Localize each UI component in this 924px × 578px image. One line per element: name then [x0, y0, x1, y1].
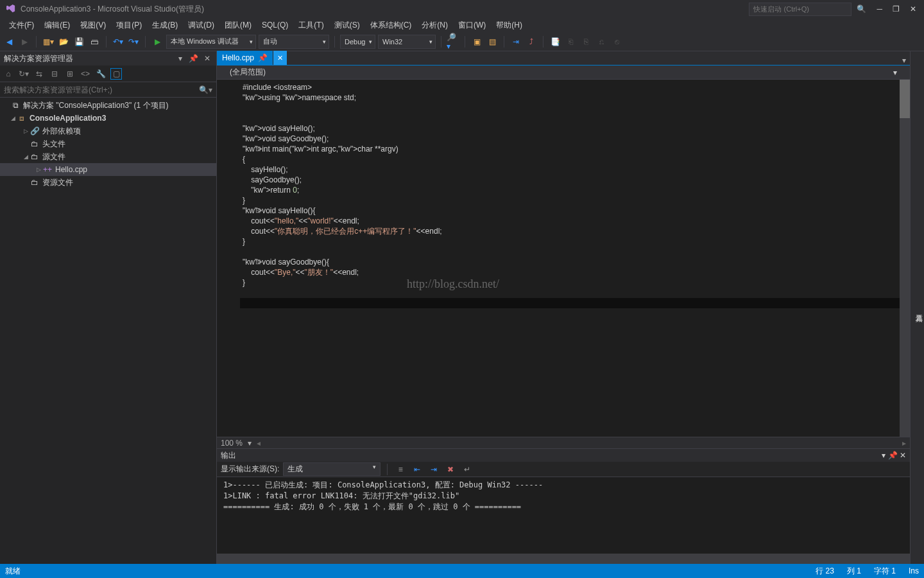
- open-icon[interactable]: 📂: [57, 35, 70, 48]
- hscroll-right-icon[interactable]: ▸: [902, 439, 906, 448]
- misc3-icon[interactable]: ⎌: [595, 35, 608, 48]
- step-icon[interactable]: ⇥: [509, 35, 522, 48]
- code-editor[interactable]: #include <iostream>"kw">using "kw">names…: [217, 80, 910, 437]
- solution-icon: ⧉: [10, 101, 21, 110]
- bookmark-icon[interactable]: 📑: [549, 35, 561, 48]
- menu-item[interactable]: 工具(T): [293, 19, 329, 32]
- platform-select[interactable]: Win32: [378, 35, 436, 49]
- search-icon[interactable]: 🔍: [851, 4, 871, 13]
- redo-icon[interactable]: ↷▾: [127, 35, 140, 48]
- misc1-icon[interactable]: ⎗: [564, 35, 577, 48]
- wrap-icon[interactable]: ↵: [461, 463, 474, 476]
- new-project-icon[interactable]: ▦▾: [42, 35, 55, 48]
- save-all-icon[interactable]: 🗃: [88, 35, 101, 48]
- uncomment-icon[interactable]: ▤: [486, 35, 499, 48]
- maximize-icon[interactable]: ❐: [887, 4, 905, 13]
- zoom-dropdown-icon[interactable]: ▾: [248, 439, 252, 448]
- misc4-icon[interactable]: ⎋: [610, 35, 623, 48]
- solution-explorer-header: 解决方案资源管理器 ▾ 📌 ✕: [0, 51, 216, 66]
- home-icon[interactable]: ⌂: [3, 69, 14, 78]
- toolbox-tab[interactable]: 工具箱: [910, 51, 924, 564]
- tab-close-icon[interactable]: ✕: [277, 54, 283, 62]
- out-pin-icon[interactable]: 📌: [888, 451, 898, 460]
- show-all-icon[interactable]: ⊞: [64, 69, 76, 78]
- refs-icon: 🔗: [30, 127, 40, 136]
- clear-icon[interactable]: ✖: [444, 463, 457, 476]
- menu-item[interactable]: 编辑(E): [39, 19, 75, 32]
- sync-icon[interactable]: ⇆: [33, 69, 45, 78]
- search-go-icon[interactable]: 🔍▾: [199, 85, 212, 94]
- solution-search[interactable]: 🔍▾: [0, 82, 216, 98]
- menu-item[interactable]: 窗口(W): [453, 19, 491, 32]
- cycle-icon[interactable]: ↻▾: [18, 69, 30, 78]
- pin-icon[interactable]: 📌: [187, 54, 200, 63]
- sources-node[interactable]: ◢🗀 源文件: [0, 150, 216, 163]
- out-close-icon[interactable]: ✕: [900, 451, 906, 460]
- undo-icon[interactable]: ↶▾: [112, 35, 124, 48]
- goto-icon[interactable]: ≡: [394, 463, 407, 476]
- watermark-text: http://blog.csdn.net/: [407, 279, 499, 289]
- menu-item[interactable]: 项目(P): [111, 19, 147, 32]
- preview-icon[interactable]: ▢: [110, 68, 122, 80]
- output-source-select[interactable]: 生成: [283, 462, 381, 476]
- close-pane-icon[interactable]: ✕: [202, 54, 212, 63]
- prev-icon[interactable]: ⇤: [411, 463, 424, 476]
- output-title: 输出: [221, 450, 236, 461]
- tab-hello[interactable]: Hello.cpp 📌: [217, 51, 273, 65]
- collapse-icon[interactable]: ⊟: [49, 69, 60, 78]
- menu-item[interactable]: 团队(M): [219, 19, 257, 32]
- debugger-select[interactable]: 本地 Windows 调试器: [166, 35, 256, 49]
- output-body[interactable]: 1>------ 已启动生成: 项目: ConsoleApplication3,…: [217, 477, 910, 554]
- properties-icon[interactable]: 🔧: [95, 69, 107, 78]
- output-from-label: 显示输出来源(S):: [221, 464, 279, 475]
- headers-node[interactable]: 🗀 头文件: [0, 137, 216, 150]
- config-select[interactable]: Debug: [340, 35, 375, 49]
- step2-icon[interactable]: ⤴: [525, 35, 538, 48]
- tabs-menu-icon[interactable]: ▾: [898, 56, 910, 65]
- editor-scrollbar[interactable]: [900, 80, 910, 437]
- dropdown-icon[interactable]: ▾: [176, 54, 184, 63]
- auto-select[interactable]: 自动: [259, 35, 329, 49]
- output-hscroll[interactable]: [217, 554, 910, 564]
- status-ready: 就绪: [5, 566, 21, 577]
- status-bar: 就绪 行 23 列 1 字符 1 Ins: [0, 564, 924, 578]
- nav-back-icon[interactable]: ◀: [3, 35, 15, 48]
- scope-bar[interactable]: (全局范围) ▾: [217, 66, 910, 80]
- scope-dropdown-icon[interactable]: ▾: [893, 68, 897, 77]
- start-debug-icon[interactable]: ▶: [151, 35, 164, 48]
- hello-cpp-node[interactable]: ▷++ Hello.cpp: [0, 163, 216, 176]
- external-deps-node[interactable]: ▷🔗 外部依赖项: [0, 125, 216, 137]
- menu-item[interactable]: 分析(N): [416, 19, 453, 32]
- menu-item[interactable]: 调试(D): [183, 19, 219, 32]
- menu-item[interactable]: 文件(F): [4, 19, 39, 32]
- minimize-icon[interactable]: ─: [871, 4, 887, 13]
- menu-item[interactable]: 帮助(H): [491, 19, 527, 32]
- find-icon[interactable]: 🔎▾: [447, 35, 459, 48]
- zoom-level[interactable]: 100 %: [221, 439, 243, 448]
- scope-label: (全局范围): [230, 67, 266, 78]
- solution-node[interactable]: ⧉ 解决方案 "ConsoleApplication3" (1 个项目): [0, 99, 216, 112]
- status-ins: Ins: [909, 566, 919, 575]
- out-drop-icon[interactable]: ▾: [882, 451, 886, 460]
- nav-fwd-icon[interactable]: ▶: [18, 35, 31, 48]
- next-icon[interactable]: ⇥: [427, 463, 440, 476]
- menu-item[interactable]: 体系结构(C): [365, 19, 417, 32]
- menu-item[interactable]: SQL(Q): [257, 19, 293, 31]
- menu-item[interactable]: 视图(V): [75, 19, 111, 32]
- save-icon[interactable]: 💾: [73, 35, 85, 48]
- menu-item[interactable]: 测试(S): [329, 19, 365, 32]
- code-view-icon[interactable]: <>: [80, 69, 91, 78]
- split-icon[interactable]: ◂: [257, 439, 261, 448]
- close-icon[interactable]: ✕: [905, 4, 921, 13]
- tab-close[interactable]: ✕: [273, 51, 287, 65]
- comment-icon[interactable]: ▣: [470, 35, 483, 48]
- tab-pin-icon[interactable]: 📌: [258, 53, 268, 62]
- misc2-icon[interactable]: ⎘: [579, 35, 592, 48]
- menu-item[interactable]: 生成(B): [147, 19, 183, 32]
- project-node[interactable]: ◢⧈ ConsoleApplication3: [0, 112, 216, 125]
- code-area[interactable]: #include <iostream>"kw">using "kw">names…: [240, 80, 910, 437]
- editor-gutter: [217, 80, 240, 437]
- resources-node[interactable]: 🗀 资源文件: [0, 176, 216, 189]
- quick-launch-input[interactable]: 快速启动 (Ctrl+Q): [749, 3, 851, 16]
- solution-search-input[interactable]: [4, 85, 199, 94]
